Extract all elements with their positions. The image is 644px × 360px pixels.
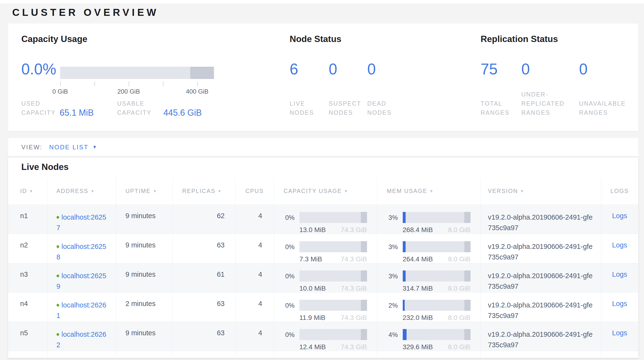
node-logs-cell: Logs	[601, 234, 638, 263]
capacity-usage-bar	[300, 300, 367, 311]
sort-desc-icon: ▼	[153, 189, 157, 193]
column-header-logs: LOGS	[601, 178, 638, 205]
column-header-cpus: CPUS	[235, 178, 274, 205]
column-header-mem-usage[interactable]: MEM USAGE▼	[377, 178, 480, 205]
node-capacity-cell: 0% 13.0 MiB 74.3 GiB	[274, 205, 377, 234]
node-version-text: v19.2.0-alpha.20190606-2491-gfe735c9a97	[488, 241, 594, 262]
node-id-cell: n2	[8, 234, 47, 263]
node-cpus-cell: 4	[235, 322, 274, 351]
logs-link[interactable]: Logs	[612, 300, 627, 307]
node-mem-cell: 3% 264.4 MiB 8.0 GiB	[377, 234, 480, 263]
mem-bar-fill	[403, 241, 406, 252]
logs-link[interactable]: Logs	[612, 212, 627, 220]
sort-desc-icon: ▼	[218, 189, 222, 193]
capacity-used-value: 7.3 MiB	[300, 255, 322, 263]
unavailable-count: 0	[579, 61, 588, 77]
node-capacity-cell: 0% 11.9 MiB 74.3 GiB	[274, 292, 377, 322]
capacity-axis-ticks	[60, 81, 214, 86]
mem-used-value: 232.0 MiB	[403, 314, 433, 322]
mem-usage-bar	[403, 329, 470, 340]
node-live-status-icon	[56, 245, 59, 248]
node-mem-cell: 3% 268.4 MiB 8.0 GiB	[377, 205, 480, 234]
partial-row	[8, 351, 638, 360]
node-capacity-cell: 0% 10.0 MiB 74.3 GiB	[274, 263, 377, 292]
node-replicas-cell: 63	[172, 292, 235, 322]
tick-label-400: 400 GiB	[186, 88, 208, 95]
logs-link[interactable]: Logs	[612, 270, 627, 278]
page-title: CLUSTER OVERVIEW	[12, 7, 159, 18]
chevron-down-icon: ▼	[92, 144, 97, 150]
mem-bar-reserved-segment	[464, 329, 470, 340]
node-replicas-cell: 62	[172, 205, 235, 234]
mem-bar-reserved-segment	[464, 241, 470, 252]
node-replicas-cell: 63	[172, 234, 235, 263]
mem-used-value: 314.7 MiB	[403, 285, 433, 292]
node-version-text: v19.2.0-alpha.20190606-2491-gfe735c9a97	[488, 300, 594, 321]
node-address-link[interactable]: localhost:26262	[56, 330, 106, 349]
column-header-address[interactable]: ADDRESS▼	[47, 178, 116, 205]
total-ranges-label: TOTAL RANGES	[480, 99, 516, 117]
mem-used-value: 329.6 MiB	[403, 343, 433, 351]
column-header-capacity-usage[interactable]: CAPACITY USAGE▼	[274, 178, 377, 205]
mem-total-value: 8.0 GiB	[448, 255, 470, 263]
capacity-usage-heading: Capacity Usage	[21, 34, 88, 44]
view-label: VIEW:	[21, 143, 42, 151]
used-capacity-stat: USED CAPACITY 65.1 MiB	[21, 99, 94, 117]
mem-percent-label: 3%	[387, 212, 398, 234]
mem-total-value: 8.0 GiB	[448, 285, 470, 292]
node-uptime-cell: 9 minutes	[116, 234, 172, 263]
live-nodes-card: Live Nodes ID▼ADDRESS▼UPTIME▼REPLICAS▼CP…	[8, 158, 638, 358]
capacity-total-value: 74.3 GiB	[341, 343, 367, 351]
node-live-status-icon	[56, 333, 59, 336]
total-ranges-count: 75	[480, 61, 498, 77]
logs-link[interactable]: Logs	[612, 241, 627, 249]
capacity-bar	[60, 67, 214, 79]
node-version-text: v19.2.0-alpha.20190606-2491-gfe735c9a97	[488, 270, 594, 292]
column-header-uptime[interactable]: UPTIME▼	[116, 178, 172, 205]
node-address-link[interactable]: localhost:26259	[56, 272, 106, 290]
node-address-cell: localhost:26259	[47, 263, 116, 292]
mem-usage-bar	[403, 270, 470, 282]
mem-percent-label: 2%	[387, 300, 398, 322]
node-mem-cell: 3% 314.7 MiB 8.0 GiB	[377, 263, 480, 292]
node-uptime-cell: 9 minutes	[116, 322, 172, 351]
node-version-cell: v19.2.0-alpha.20190606-2491-gfe735c9a97	[480, 234, 601, 263]
capacity-used-value: 12.4 MiB	[300, 343, 326, 351]
mem-bar-fill	[403, 300, 405, 311]
node-address-link[interactable]: localhost:26258	[56, 243, 106, 261]
capacity-total-value: 74.3 GiB	[341, 314, 367, 322]
capacity-total-value: 74.3 GiB	[341, 285, 367, 292]
usable-capacity-stat: USABLE CAPACITY 445.6 GiB	[117, 99, 202, 117]
logs-link[interactable]: Logs	[612, 329, 627, 337]
node-version-text: v19.2.0-alpha.20190606-2491-gfe735c9a97	[488, 212, 594, 233]
node-uptime-cell: 9 minutes	[116, 205, 172, 234]
view-selector-dropdown[interactable]: NODE LIST ▼	[49, 143, 97, 151]
mem-total-value: 8.0 GiB	[448, 343, 470, 351]
node-version-cell: v19.2.0-alpha.20190606-2491-gfe735c9a97	[480, 292, 601, 322]
table-row: n4 localhost:26261 2 minutes 63 4 0% 11.…	[8, 292, 638, 322]
dead-nodes-label: DEAD NODES	[367, 99, 396, 117]
node-id-cell: n3	[8, 263, 47, 292]
suspect-nodes-count: 0	[329, 61, 337, 77]
node-logs-cell: Logs	[601, 263, 638, 292]
capacity-percent-label: 0%	[284, 241, 295, 263]
node-cpus-cell: 4	[235, 205, 274, 234]
mem-bar-reserved-segment	[464, 300, 470, 311]
node-address-link[interactable]: localhost:26261	[56, 301, 106, 319]
node-version-cell: v19.2.0-alpha.20190606-2491-gfe735c9a97	[480, 263, 601, 292]
node-address-link[interactable]: localhost:26257	[56, 213, 106, 232]
node-cpus-cell: 4	[235, 234, 274, 263]
usable-capacity-value: 445.6 GiB	[164, 108, 202, 118]
view-selected-value: NODE LIST	[49, 143, 88, 151]
mem-used-value: 264.4 MiB	[403, 255, 433, 263]
table-row: n3 localhost:26259 9 minutes 61 4 0% 10.…	[8, 263, 638, 292]
node-version-text: v19.2.0-alpha.20190606-2491-gfe735c9a97	[488, 329, 594, 350]
node-version-cell: v19.2.0-alpha.20190606-2491-gfe735c9a97	[480, 322, 601, 351]
capacity-usage-bar	[300, 241, 367, 252]
view-bar: VIEW: NODE LIST ▼	[8, 138, 638, 156]
capacity-percent-label: 0%	[284, 212, 295, 234]
node-mem-cell: 2% 232.0 MiB 8.0 GiB	[377, 292, 480, 322]
column-header-version[interactable]: VERSION▼	[480, 178, 601, 205]
column-header-replicas[interactable]: REPLICAS▼	[172, 178, 235, 205]
column-header-id[interactable]: ID▼	[8, 178, 47, 205]
